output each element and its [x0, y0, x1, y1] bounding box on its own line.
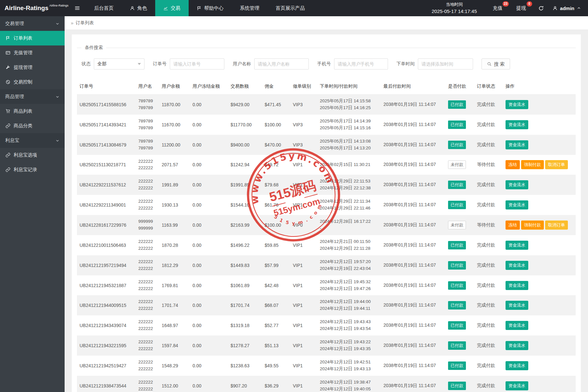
- cell-order-status: 完成付款: [474, 335, 503, 356]
- sidebar-item-recharge-manage[interactable]: 充值管理: [0, 45, 65, 60]
- cell-order-no: UB2412121945321887: [77, 275, 136, 296]
- cell-last-pay-time: 2038年01月19日 11:14:07: [381, 155, 445, 175]
- local-time-block: 当地时间 2025-05-17 14:17:45: [423, 0, 486, 16]
- sidebar-group-interest[interactable]: 利息宝: [0, 133, 65, 148]
- sidebar-group-trade-manage[interactable]: 交易管理: [0, 16, 65, 31]
- order-time-label: 下单时间: [396, 61, 415, 67]
- recharge-link[interactable]: 充值 23: [486, 0, 509, 16]
- username-input[interactable]: [254, 58, 309, 70]
- username-label: 用户名称: [233, 61, 251, 67]
- topnav-item-home-products[interactable]: 首页展示产品: [268, 0, 313, 16]
- admin-menu[interactable]: admin: [549, 0, 588, 16]
- fund-flow-button[interactable]: 资金流水: [506, 301, 528, 310]
- fund-flow-button[interactable]: 资金流水: [506, 100, 528, 109]
- cancel-order-button[interactable]: 取消订单: [545, 221, 568, 230]
- sidebar-group-goods-manage[interactable]: 商品管理: [0, 89, 65, 104]
- fund-flow-button[interactable]: 资金流水: [506, 321, 528, 330]
- order-no-input[interactable]: [170, 58, 224, 70]
- withdraw-count-badge: 0: [527, 1, 532, 6]
- cancel-order-button[interactable]: 取消订单: [545, 160, 568, 169]
- col-frozen: 用户冻结金额: [190, 79, 228, 95]
- cell-pay-status: 未付款: [445, 155, 474, 175]
- fund-flow-button[interactable]: 资金流水: [506, 180, 528, 189]
- cell-trade-amount: $1242.94: [228, 155, 262, 175]
- table-row: UB2412121944009515 222222222222 1701.74 …: [77, 295, 576, 315]
- cell-order-time: 2024年12月12日 19:43:222024年12月12日 19:43:35: [317, 335, 381, 356]
- cell-username: 789789789789: [136, 115, 159, 135]
- sidebar-item-goods-category[interactable]: 商品分类: [0, 119, 65, 133]
- cell-order-no: UB2412121944009515: [77, 295, 136, 315]
- pay-status-badge: 已付款: [448, 341, 466, 350]
- cell-commission: $68.07: [262, 295, 290, 315]
- freeze-button[interactable]: 冻结: [506, 221, 520, 230]
- freeze-button[interactable]: 冻结: [506, 160, 520, 169]
- cell-order-time: 2024年12月12日 19:57:202024年12月19日 22:43:04: [317, 255, 381, 275]
- table-row: UB2412121942519427 222222222222 1548.29 …: [77, 356, 576, 376]
- cell-last-pay-time: 2038年01月19日 11:14:07: [381, 295, 445, 315]
- cell-pay-status: 已付款: [445, 315, 474, 335]
- ban-icon: [6, 80, 10, 84]
- force-pay-button[interactable]: 强制付款: [521, 221, 544, 230]
- card-icon: [6, 50, 10, 55]
- col-amount: 交易数额: [228, 79, 262, 95]
- topnav-item-trade[interactable]: 交易: [155, 0, 189, 16]
- force-pay-button[interactable]: 强制付款: [521, 160, 544, 169]
- phone-input[interactable]: [334, 58, 388, 70]
- status-select[interactable]: 全部: [94, 58, 144, 70]
- cell-order-no: UB2505171413084679: [77, 135, 136, 155]
- topnav-item-system[interactable]: 系统管理: [232, 0, 268, 16]
- cell-order-status: 完成付款: [474, 95, 503, 115]
- cell-order-status: 完成付款: [474, 135, 503, 155]
- sidebar-toggle-button[interactable]: [69, 0, 86, 16]
- fund-flow-button[interactable]: 资金流水: [506, 200, 528, 209]
- cell-pay-status: 已付款: [445, 195, 474, 215]
- cell-balance: 1512.00: [159, 376, 190, 392]
- cell-commission: $51.13: [262, 335, 290, 356]
- fund-flow-button[interactable]: 资金流水: [506, 341, 528, 350]
- cell-order-no: UB2412121957219494: [77, 255, 136, 275]
- fund-flow-button[interactable]: 资金流水: [506, 261, 528, 270]
- fund-flow-button[interactable]: 资金流水: [506, 281, 528, 290]
- topnav-item-roles[interactable]: 角色: [122, 0, 155, 16]
- topnav-item-home[interactable]: 后台首页: [86, 0, 122, 16]
- cell-frozen-amount: 0.00: [190, 155, 228, 175]
- col-level: 做单级别: [290, 79, 317, 95]
- sidebar-item-trade-control[interactable]: 交易控制: [0, 75, 65, 89]
- refresh-button[interactable]: [533, 0, 549, 16]
- cell-frozen-amount: 0.00: [190, 235, 228, 255]
- cell-commission: $79.68: [262, 175, 290, 195]
- search-button[interactable]: 搜 索: [482, 58, 510, 70]
- cell-balance: 1548.29: [159, 356, 190, 376]
- fund-flow-button[interactable]: 资金流水: [506, 241, 528, 250]
- cell-vip-level: VIP1: [290, 356, 317, 376]
- withdraw-label: 提现: [516, 5, 526, 11]
- cell-pay-status: 已付款: [445, 335, 474, 356]
- fund-flow-button[interactable]: 资金流水: [506, 381, 528, 390]
- cell-trade-amount: $1991.89: [228, 175, 262, 195]
- fund-flow-button[interactable]: 资金流水: [506, 140, 528, 149]
- cell-trade-amount: $1278.27: [228, 335, 262, 356]
- cell-actions: 冻结强制付款取消订单: [503, 155, 576, 175]
- topnav-item-label: 系统管理: [240, 5, 259, 11]
- cell-order-time: 2024年12月12日 19:38:472024年12月12日 19:40:05: [317, 376, 381, 392]
- cell-order-time: 2024年12月29日 22:11:532024年12月29日 22:12:38: [317, 175, 381, 195]
- sidebar-item-interest-options[interactable]: 利息宝选项: [0, 148, 65, 162]
- fund-flow-button[interactable]: 资金流水: [506, 361, 528, 370]
- sidebar-item-label: 充值管理: [14, 50, 32, 56]
- sidebar-item-interest-records[interactable]: 利息宝记录: [0, 162, 65, 177]
- withdraw-link[interactable]: 提现 0: [509, 0, 533, 16]
- chevron-down-icon: [138, 63, 141, 65]
- cell-vip-level: VIP1: [290, 315, 317, 335]
- table-row: UB2412292211349001 222222222222 1930.13 …: [77, 195, 576, 215]
- cell-order-no: UB2412121942519427: [77, 356, 136, 376]
- fund-flow-button[interactable]: 资金流水: [506, 120, 528, 129]
- sidebar-item-goods-list[interactable]: 商品列表: [0, 104, 65, 119]
- order-time-input[interactable]: [418, 58, 473, 70]
- cell-trade-amount: $1701.74: [228, 295, 262, 315]
- recharge-label: 充值: [493, 5, 503, 11]
- table-row: UB2412121957219494 222222222222 1812.29 …: [77, 255, 576, 275]
- topnav-item-help[interactable]: 帮助中心: [189, 0, 232, 16]
- sidebar-item-order-list[interactable]: 订单列表: [0, 31, 65, 45]
- cell-order-status: 完成付款: [474, 315, 503, 335]
- sidebar-item-withdraw-manage[interactable]: 提现管理: [0, 60, 65, 75]
